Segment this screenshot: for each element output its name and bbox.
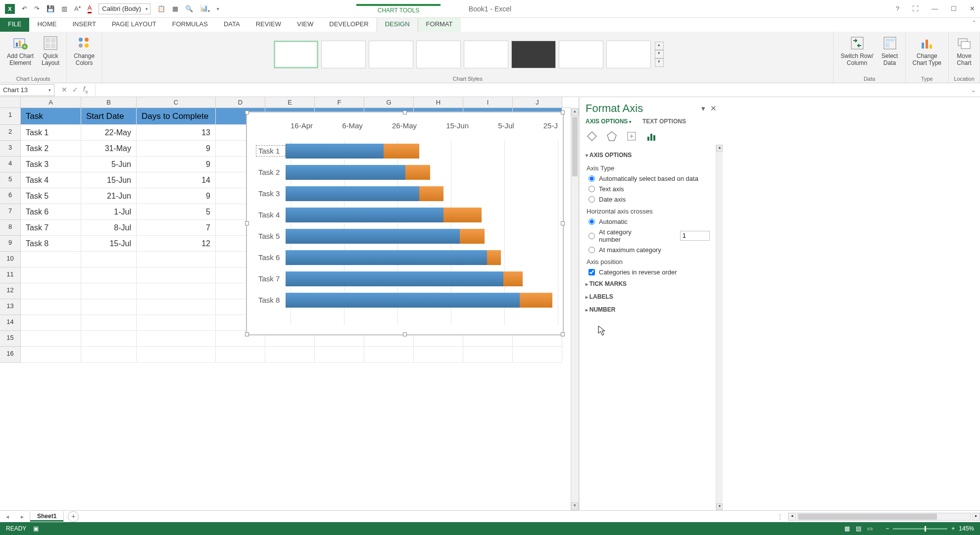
bar-segment-start[interactable] <box>286 186 419 201</box>
cell[interactable]: Task 1 <box>21 125 81 141</box>
enter-formula-icon[interactable]: ✓ <box>72 86 78 94</box>
cell[interactable]: Days to Complete <box>137 108 216 125</box>
cell[interactable] <box>414 347 463 363</box>
ribbon-display-icon[interactable]: ⛶ <box>912 5 919 12</box>
sheet-nav-prev[interactable]: ◂ <box>0 513 15 520</box>
cell[interactable]: Task <box>21 108 81 125</box>
cell[interactable]: 15-Jul <box>81 236 137 252</box>
cell[interactable]: 12 <box>137 236 216 252</box>
cell[interactable]: 15-Jun <box>81 172 137 188</box>
cell[interactable] <box>364 347 414 363</box>
row-header[interactable]: 3 <box>0 141 21 157</box>
row-header[interactable]: 6 <box>0 188 21 204</box>
tab-file[interactable]: FILE <box>0 18 29 32</box>
bar-segment-duration[interactable] <box>520 293 552 308</box>
bar-segment-duration[interactable] <box>384 144 419 159</box>
cell[interactable] <box>81 252 137 268</box>
new-icon[interactable]: ▥ <box>61 5 67 12</box>
cell[interactable] <box>216 347 265 363</box>
move-chart-button[interactable]: Move Chart <box>953 34 976 68</box>
cell[interactable] <box>21 299 81 315</box>
close-icon[interactable]: ✕ <box>970 5 975 12</box>
y-category-label[interactable]: Task 5 <box>256 230 286 242</box>
bar-segment-duration[interactable] <box>443 208 482 222</box>
cell[interactable] <box>137 331 216 347</box>
vertical-scrollbar[interactable]: ▴▾ <box>571 108 579 510</box>
page-break-view-icon[interactable]: ▭ <box>867 525 873 532</box>
cell[interactable] <box>81 315 137 331</box>
chart-style-4[interactable] <box>416 41 461 68</box>
row-header[interactable]: 5 <box>0 172 21 188</box>
worksheet[interactable]: ABCDEFGHIJ 1TaskStart DateDays to Comple… <box>0 97 579 510</box>
cell[interactable]: Task 8 <box>21 236 81 252</box>
column-header[interactable]: I <box>463 97 513 107</box>
tab-design[interactable]: DESIGN <box>377 18 418 32</box>
radio-crosses-automatic[interactable]: Automatic <box>586 216 710 227</box>
collapse-ribbon-icon[interactable]: ˆ <box>968 18 980 32</box>
save-icon[interactable]: 💾 <box>47 5 54 12</box>
bar-segment-start[interactable] <box>286 208 443 222</box>
pane-tab-text-options[interactable]: TEXT OPTIONS <box>642 118 686 125</box>
cell[interactable] <box>137 315 216 331</box>
y-category-label[interactable]: Task 1 <box>256 145 286 157</box>
cell[interactable] <box>21 347 81 363</box>
bar-segment-start[interactable] <box>286 165 405 180</box>
page-layout-view-icon[interactable]: ▤ <box>856 525 861 532</box>
column-header[interactable]: F <box>315 97 364 107</box>
select-data-button[interactable]: Select Data <box>879 34 901 68</box>
section-number[interactable]: NUMBER <box>586 303 710 316</box>
pane-options-icon[interactable]: ▾ <box>701 104 705 113</box>
tab-page-layout[interactable]: PAGE LAYOUT <box>104 18 164 32</box>
cell[interactable] <box>81 299 137 315</box>
column-header[interactable]: A <box>21 97 81 107</box>
cell[interactable]: 8-Jul <box>81 220 137 236</box>
chart-style-5[interactable] <box>464 41 508 68</box>
cell[interactable] <box>315 347 364 363</box>
cell[interactable] <box>81 283 137 299</box>
cell[interactable]: 7 <box>137 220 216 236</box>
radio-crosses-at-category[interactable]: At category number <box>586 227 710 245</box>
chart-style-6[interactable] <box>511 41 556 68</box>
name-box[interactable]: Chart 13 <box>0 84 54 96</box>
row-header[interactable]: 9 <box>0 236 21 252</box>
hscroll-right[interactable]: ▸ <box>972 513 980 521</box>
change-colors-button[interactable]: Change Colors <box>71 34 98 68</box>
sheet-nav-next[interactable]: ▸ <box>15 513 30 520</box>
horizontal-scrollbar[interactable] <box>797 513 971 521</box>
pane-close-icon[interactable]: ✕ <box>710 104 717 113</box>
cell[interactable]: 9 <box>137 141 216 157</box>
pane-scrollbar[interactable]: ▴▾ <box>716 145 723 510</box>
bar-segment-duration[interactable] <box>503 271 523 286</box>
cell[interactable] <box>463 347 513 363</box>
row-header[interactable]: 13 <box>0 299 21 315</box>
y-category-label[interactable]: Task 4 <box>256 209 286 220</box>
tab-view[interactable]: VIEW <box>289 18 321 32</box>
cell[interactable]: 5 <box>137 204 216 220</box>
column-header[interactable]: C <box>137 97 216 107</box>
radio-date-axis[interactable]: Date axis <box>586 194 710 205</box>
select-all-corner[interactable] <box>0 97 21 107</box>
chart-style-1[interactable] <box>274 41 318 68</box>
cell[interactable]: Task 5 <box>21 188 81 204</box>
tab-developer[interactable]: DEVELOPER <box>321 18 376 32</box>
cell[interactable] <box>21 252 81 268</box>
zoom-level[interactable]: 145% <box>959 525 974 532</box>
radio-crosses-at-max[interactable]: At maximum category <box>586 245 710 255</box>
hscroll-left[interactable]: ◂ <box>788 513 796 521</box>
row-header[interactable]: 12 <box>0 283 21 299</box>
cell[interactable]: 1-Jul <box>81 204 137 220</box>
zoom-in-icon[interactable]: + <box>951 525 955 532</box>
change-chart-type-button[interactable]: Change Chart Type <box>910 34 944 68</box>
cell[interactable] <box>137 268 216 283</box>
resize-handle[interactable] <box>561 221 565 225</box>
y-category-label[interactable]: Task 3 <box>256 188 286 199</box>
bar-segment-duration[interactable] <box>460 229 485 244</box>
cell[interactable] <box>81 347 137 363</box>
cell[interactable] <box>81 268 137 283</box>
cell[interactable] <box>137 347 216 363</box>
column-header[interactable]: E <box>265 97 315 107</box>
size-properties-icon[interactable] <box>625 130 638 143</box>
resize-handle[interactable] <box>245 110 249 114</box>
resize-handle[interactable] <box>245 221 249 225</box>
redo-icon[interactable]: ↷ <box>34 5 40 12</box>
